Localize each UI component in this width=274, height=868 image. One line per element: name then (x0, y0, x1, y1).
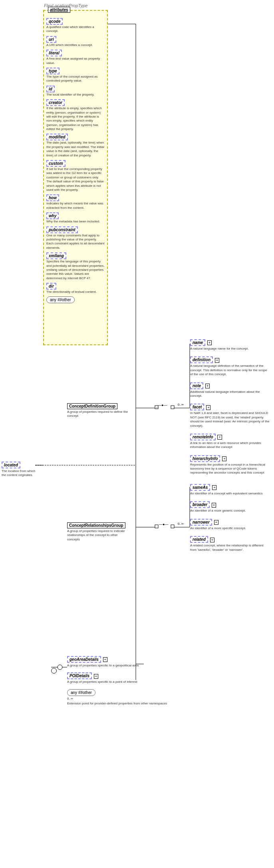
any-other-container: any ##other (46, 296, 105, 303)
attr-custom-desc: If set to true the corresponding propert… (46, 167, 105, 192)
attr-xmllang: xmllang Specifies the language of this p… (46, 252, 105, 280)
svg-rect-22 (155, 406, 158, 409)
poi-plus: + (94, 674, 98, 679)
attr-xmllang-label: xmllang (46, 252, 66, 259)
concept-rel-group-desc: A group of properties required to indica… (67, 529, 131, 542)
right-hierarchyinfo-label: hierarchyInfo (190, 455, 220, 462)
attr-pubconstraint-label: pubconstraint (46, 226, 78, 233)
right-remoteinfo-label: remoteInfo (190, 434, 216, 440)
attr-type: type The type of the concept assigned as… (46, 68, 105, 83)
attr-pubconstraint-desc: One or many constraints that apply to pu… (46, 234, 105, 250)
attr-how: how Indicates by which means the value w… (46, 194, 105, 210)
right-remoteinfo-desc: A link to an item or a web resource whic… (190, 441, 270, 450)
right-item-note: note + Additional natural language infor… (190, 382, 270, 398)
svg-rect-25 (155, 525, 158, 528)
geo-area-label: geoAreaDetails (67, 656, 101, 663)
attr-pubconstraint: pubconstraint One or many constraints th… (46, 226, 105, 250)
right-name-plus: + (207, 340, 212, 345)
attr-id-desc: The local identifier of the property. (46, 93, 105, 97)
any-other-label: any ##other (46, 296, 75, 303)
poi-label: POIDetails (67, 672, 92, 679)
right-note-label: note (190, 382, 203, 389)
right-group-2: sameAs + An identifier of a concept with… (190, 484, 270, 558)
geo-area-desc: A group of properties specific to a geop… (67, 664, 171, 668)
concept-def-group: ConceptDefinitionGroup A group of proper… (67, 403, 129, 418)
attr-id-label: id (46, 86, 55, 92)
right-group-1: name + A natural language name for the c… (190, 339, 270, 481)
connector-circle (51, 668, 57, 674)
attr-how-desc: Indicates by which means the value was e… (46, 202, 105, 210)
right-definition-desc: A natural language definition of the sem… (190, 364, 270, 376)
located-container: located The location from which the cont… (2, 462, 37, 478)
right-item-hierarchyinfo: hierarchyInfo + Represents the position … (190, 455, 270, 475)
right-facet-desc: In NAR 1.8 and later, facet is deprecate… (190, 411, 270, 428)
attr-why: why Why the metadata has been included. (46, 212, 105, 224)
attr-custom: custom If set to true the corresponding … (46, 160, 105, 192)
right-definition-label: definition (190, 356, 213, 363)
svg-text:—: — (156, 406, 159, 409)
right-item-facet: facet + In NAR 1.8 and later, facet is d… (190, 404, 270, 428)
svg-text:—●—: —●— (159, 522, 168, 526)
attr-id: id The local identifier of the property. (46, 86, 105, 97)
poi-desc: A group of properties specific to a poin… (67, 680, 171, 684)
attr-why-label: why (46, 212, 59, 219)
bottom-section: geoAreaDetails + A group of properties s… (67, 656, 171, 708)
right-remoteinfo-plus: + (217, 435, 222, 440)
attr-modified: modified The date (and, optionally, the … (46, 134, 105, 158)
right-item-broader: broader + An identifier of a more generi… (190, 501, 270, 513)
attr-qcode-desc: A qualified code which identifies a conc… (46, 25, 105, 34)
bottom-item-geoarea: geoAreaDetails + A group of properties s… (67, 656, 171, 668)
located-label: located (2, 462, 20, 468)
right-narrower-plus: + (214, 520, 218, 525)
bottom-any-other-desc: Extension point for provider-defined pro… (67, 702, 171, 706)
attr-literal: literal A free-text value assigned as pr… (46, 50, 105, 65)
right-hierarchyinfo-desc: Represents the position of a concept in … (190, 463, 270, 475)
right-sameas-label: sameAs (190, 484, 210, 491)
attr-literal-label: literal (46, 50, 62, 56)
attr-uri: uri A URI which identifies a concept. (46, 36, 105, 47)
attr-dir-desc: The directionality of textual content. (46, 290, 105, 294)
attr-creator-desc: If the attribute is empty, specifies whi… (46, 106, 105, 131)
right-narrower-desc: An identifier of a more specific concept… (190, 526, 270, 530)
concept-rel-group: ConceptRelationshipsGroup A group of pro… (67, 522, 131, 542)
svg-rect-26 (171, 525, 174, 528)
attr-modified-desc: The date (and, optionally, the time) whe… (46, 141, 105, 158)
attr-creator-label: creator (46, 99, 65, 106)
attributes-label: attributes (48, 7, 70, 13)
attr-dir-label: dir (46, 283, 56, 290)
bottom-any-other-label: any ##other (67, 689, 95, 696)
right-broader-label: broader (190, 501, 210, 508)
right-item-related: related + A related concept, where the r… (190, 536, 270, 552)
right-narrower-label: narrower (190, 519, 212, 526)
svg-text:0..∞: 0..∞ (178, 403, 184, 406)
bottom-any-other-mult: 0..∞ (67, 697, 171, 701)
right-name-label: name (190, 339, 205, 346)
attributes-header: attributes (48, 7, 70, 13)
right-broader-plus: + (212, 503, 216, 508)
right-related-label: related (190, 536, 208, 543)
right-hierarchyinfo-plus: + (222, 456, 226, 461)
attr-xmllang-desc: Specifies the language of this property … (46, 260, 105, 280)
attr-dir: dir The directionality of textual conten… (46, 283, 105, 294)
right-item-sameas: sameAs + An identifier of a concept with… (190, 484, 270, 496)
right-related-plus: + (210, 538, 214, 542)
located-desc: The location from which the content orig… (2, 469, 37, 478)
attributes-container: attributes qcode A qualified code which … (43, 10, 108, 345)
right-name-desc: A natural language name for the concept. (190, 347, 270, 351)
right-broader-desc: An identifier of a more generic concept. (190, 509, 270, 513)
attr-type-label: type (46, 68, 60, 74)
right-item-name: name + A natural language name for the c… (190, 339, 270, 351)
right-item-narrower: narrower + An identifier of a more speci… (190, 519, 270, 530)
right-note-desc: Additional natural language information … (190, 390, 270, 398)
attr-how-label: how (46, 194, 59, 201)
attr-uri-label: uri (46, 36, 56, 43)
attr-literal-desc: A free-text value assigned as property v… (46, 57, 105, 65)
right-facet-plus: + (206, 405, 210, 410)
right-item-definition: definition + A natural language definiti… (190, 356, 270, 376)
right-note-plus: + (205, 384, 210, 388)
right-item-remoteinfo: remoteInfo + A link to an item or a web … (190, 434, 270, 450)
attr-modified-label: modified (46, 134, 68, 140)
right-facet-label: facet (190, 404, 204, 410)
svg-text:—●—: —●— (158, 403, 167, 407)
attr-qcode-label: qcode (46, 18, 63, 25)
